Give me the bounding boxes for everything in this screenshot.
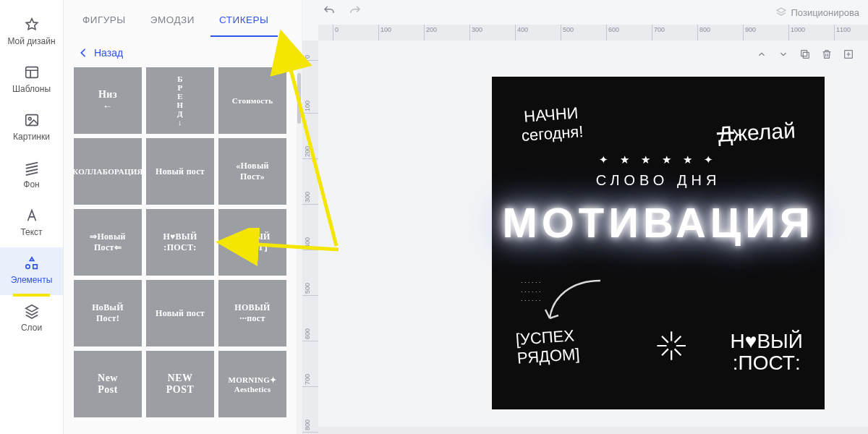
nav-elements[interactable]: Элементы: [0, 247, 63, 295]
art-text-top-left[interactable]: НАЧНИ сегодня!: [519, 103, 584, 145]
art-headline[interactable]: МОТИВАЦИЯ: [492, 198, 825, 247]
chevron-left-icon: [80, 48, 87, 58]
nav-background[interactable]: Фон: [0, 152, 63, 200]
sticker-item[interactable]: NEW POST: [146, 351, 214, 417]
svg-rect-1: [25, 115, 38, 126]
sticker-item[interactable]: New Post: [74, 351, 142, 417]
nav-label: Фон: [23, 179, 39, 190]
svg-rect-0: [25, 67, 38, 78]
panel-scrollbar[interactable]: [297, 67, 302, 434]
svg-point-2: [28, 117, 31, 120]
nav-text[interactable]: Текст: [0, 200, 63, 247]
canvas-topbar: Позиционирова: [302, 0, 868, 25]
sticker-item[interactable]: «Новый Пост»: [218, 138, 286, 205]
ruler-horizontal: 010020030040050060070080090010001100: [318, 25, 868, 41]
nav-label: Элементы: [11, 275, 53, 285]
art-text-bottom-left[interactable]: [УСПЕХ РЯДОМ]: [511, 326, 580, 368]
sticker-item[interactable]: НОВЫЙ ПОСТ⌋: [218, 209, 286, 276]
sticker-item[interactable]: Новый пост: [146, 280, 214, 346]
layers-icon: [23, 302, 41, 320]
left-nav: Мой дизайн Шаблоны Картинки Фон Текст Эл…: [0, 0, 64, 434]
sticker-item[interactable]: ⇒Новый Пост⇐: [74, 209, 142, 276]
positioning-button[interactable]: Позиционирова: [775, 7, 859, 18]
elements-panel: ФИГУРЫ ЭМОДЗИ СТИКЕРЫ Назад Низ ← Б Р Е …: [64, 0, 302, 434]
svg-rect-4: [801, 51, 807, 56]
redo-button[interactable]: [349, 4, 362, 20]
art-sparkle-decoration[interactable]: [629, 317, 687, 378]
sticker-scroll[interactable]: Низ ← Б Р Е Н Д ↓ Стоимость ·КОЛЛАБОРАЦИ…: [64, 67, 302, 434]
nav-label: Мой дизайн: [7, 36, 55, 46]
art-stars[interactable]: ✦ ★ ★ ★ ★ ✦: [492, 153, 825, 166]
tab-shapes[interactable]: ФИГУРЫ: [74, 7, 135, 37]
workspace-scrollbar-h[interactable]: [318, 427, 868, 434]
nav-mydesign[interactable]: Мой дизайн: [0, 9, 63, 56]
art-word-of-day[interactable]: СЛОВО ДНЯ: [492, 172, 825, 189]
add-icon[interactable]: [842, 48, 855, 61]
back-label: Назад: [94, 47, 123, 59]
sticker-item[interactable]: ·КОЛЛАБОРАЦИЯ·: [74, 138, 142, 205]
art-text-bottom-right[interactable]: Н♥ВЫЙ :ПОСТ:: [731, 331, 803, 373]
nav-layers[interactable]: Слои: [0, 295, 63, 343]
chevron-down-icon[interactable]: [777, 48, 790, 61]
ruler-vertical: 0100200300400500600700800900: [302, 41, 318, 434]
hatch-icon: [23, 159, 41, 176]
sticker-item[interactable]: Низ ←: [74, 67, 142, 134]
positioning-label: Позиционирова: [791, 7, 859, 18]
copy-icon[interactable]: [799, 48, 812, 61]
sticker-item[interactable]: Новый пост: [146, 138, 214, 205]
panel-tabs: ФИГУРЫ ЭМОДЗИ СТИКЕРЫ: [64, 0, 302, 37]
templates-icon: [23, 64, 41, 81]
nav-label: Слои: [21, 323, 42, 333]
nav-templates[interactable]: Шаблоны: [0, 56, 63, 104]
chevron-up-icon[interactable]: [755, 48, 768, 61]
back-button[interactable]: Назад: [64, 37, 302, 67]
trash-icon[interactable]: [820, 48, 833, 61]
sticker-item[interactable]: Б Р Е Н Д ↓: [146, 67, 214, 134]
nav-pictures[interactable]: Картинки: [0, 104, 63, 152]
workspace[interactable]: НАЧНИ сегодня! Джелай ✦ ★ ★ ★ ★ ✦ СЛОВО …: [318, 41, 868, 434]
nav-label: Картинки: [13, 132, 50, 142]
workspace-tools: [755, 48, 855, 61]
sticker-item[interactable]: Стоимость: [218, 67, 286, 134]
sticker-item[interactable]: НОВЫЙ ···пост: [218, 280, 286, 346]
nav-label: Шаблоны: [12, 84, 51, 94]
layers-icon: [775, 7, 787, 18]
sticker-grid: Низ ← Б Р Е Н Д ↓ Стоимость ·КОЛЛАБОРАЦИ…: [74, 67, 289, 417]
star-icon: [23, 16, 41, 33]
sticker-item[interactable]: MORNING✦ Aesthetics: [218, 351, 286, 417]
sticker-item[interactable]: НоВыЙ Пост!: [74, 280, 142, 346]
artboard[interactable]: НАЧНИ сегодня! Джелай ✦ ★ ★ ★ ★ ✦ СЛОВО …: [492, 77, 825, 409]
tab-stickers[interactable]: СТИКЕРЫ: [210, 7, 278, 37]
image-icon: [23, 111, 41, 129]
nav-label: Текст: [20, 227, 42, 237]
undo-button[interactable]: [323, 4, 336, 20]
tab-emoji[interactable]: ЭМОДЗИ: [142, 7, 203, 37]
art-dots-decoration[interactable]: · · · · · ·· · · · · ·· · · · · ·: [521, 278, 541, 305]
sticker-item[interactable]: Н♥ВЫЙ :ПОСТ:: [146, 209, 214, 276]
text-icon: [23, 207, 41, 224]
canvas-area: Позиционирова 01002003004005006007008009…: [302, 0, 868, 434]
elements-icon: [23, 255, 41, 272]
strike-char: Д: [718, 122, 733, 146]
svg-rect-3: [803, 52, 809, 58]
